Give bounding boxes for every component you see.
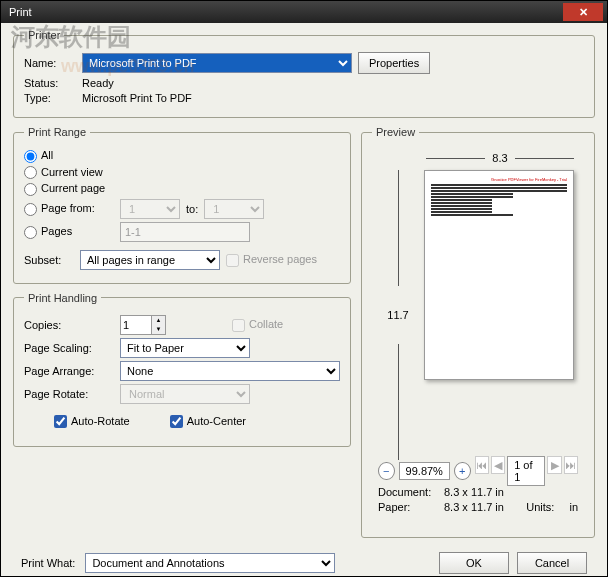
page-indicator: 1 of 1 <box>507 456 545 486</box>
zoom-value: 99.87% <box>399 462 450 480</box>
print-range-group: Print Range All Current view Current pag… <box>13 126 351 284</box>
ok-button[interactable]: OK <box>439 552 509 574</box>
to-select[interactable]: 1 <box>204 199 264 219</box>
zoom-in-button[interactable]: + <box>454 462 471 480</box>
print-what-select[interactable]: Document and Annotations <box>85 553 335 573</box>
scaling-label: Page Scaling: <box>24 342 114 354</box>
doc-label: Document: <box>378 486 438 498</box>
watermark-url: www.pc0359.cn <box>61 56 194 77</box>
subset-select[interactable]: All pages in range <box>80 250 220 270</box>
cancel-button[interactable]: Cancel <box>517 552 587 574</box>
ruler-height: 11.7 <box>378 170 418 460</box>
pages-input[interactable] <box>120 222 250 242</box>
page-preview: Gnostice PDFViewer for FireMonkey - Tria… <box>424 170 574 380</box>
radio-current-view[interactable]: Current view <box>24 166 103 180</box>
radio-all[interactable]: All <box>24 149 53 163</box>
units-value: in <box>569 501 578 513</box>
status-value: Ready <box>82 77 114 89</box>
status-label: Status: <box>24 77 76 89</box>
units-label: Units: <box>526 501 554 513</box>
spin-up-icon[interactable]: ▲ <box>151 316 165 325</box>
spin-down-icon[interactable]: ▼ <box>151 325 165 334</box>
next-page-button[interactable]: ▶ <box>547 456 561 474</box>
handling-legend: Print Handling <box>24 292 101 304</box>
to-label: to: <box>186 203 198 215</box>
copies-input[interactable] <box>121 316 151 334</box>
print-what-label: Print What: <box>21 557 75 569</box>
copies-spinner[interactable]: ▲▼ <box>120 315 166 335</box>
print-dialog: Print ✕ 河东软件园 www.pc0359.cn Printer Name… <box>0 0 608 577</box>
from-select[interactable]: 1 <box>120 199 180 219</box>
rotate-select[interactable]: Normal <box>120 384 250 404</box>
close-button[interactable]: ✕ <box>563 3 603 21</box>
subset-label: Subset: <box>24 254 74 266</box>
window-title: Print <box>5 6 563 18</box>
watermark-text: 河东软件园 <box>11 21 131 53</box>
titlebar: Print ✕ <box>1 1 607 23</box>
prev-page-button[interactable]: ◀ <box>491 456 505 474</box>
paper-size: 8.3 x 11.7 in <box>444 501 504 513</box>
copies-label: Copies: <box>24 319 114 331</box>
radio-page-from[interactable]: Page from: <box>24 202 114 216</box>
page-banner: Gnostice PDFViewer for FireMonkey - Tria… <box>431 177 567 182</box>
rotate-label: Page Rotate: <box>24 388 114 400</box>
type-label: Type: <box>24 92 76 104</box>
collate-check: Collate <box>232 318 283 332</box>
paper-label: Paper: <box>378 501 438 513</box>
reverse-check: Reverse pages <box>226 253 317 267</box>
radio-current-page[interactable]: Current page <box>24 182 105 196</box>
range-legend: Print Range <box>24 126 90 138</box>
auto-rotate-check[interactable]: Auto-Rotate <box>54 415 130 429</box>
last-page-button[interactable]: ⏭ <box>564 456 578 474</box>
preview-legend: Preview <box>372 126 419 138</box>
type-value: Microsoft Print To PDF <box>82 92 192 104</box>
ruler-width: 8.3 <box>426 152 574 164</box>
scaling-select[interactable]: Fit to Paper <box>120 338 250 358</box>
print-handling-group: Print Handling Copies: ▲▼ Collate Page S… <box>13 292 351 448</box>
arrange-select[interactable]: None <box>120 361 340 381</box>
first-page-button[interactable]: ⏮ <box>475 456 489 474</box>
preview-group: Preview 8.3 11.7 Gnostice PDFViewer for … <box>361 126 595 538</box>
properties-button[interactable]: Properties <box>358 52 430 74</box>
doc-size: 8.3 x 11.7 in <box>444 486 504 498</box>
radio-pages[interactable]: Pages <box>24 225 114 239</box>
zoom-out-button[interactable]: − <box>378 462 395 480</box>
arrange-label: Page Arrange: <box>24 365 114 377</box>
auto-center-check[interactable]: Auto-Center <box>170 415 246 429</box>
